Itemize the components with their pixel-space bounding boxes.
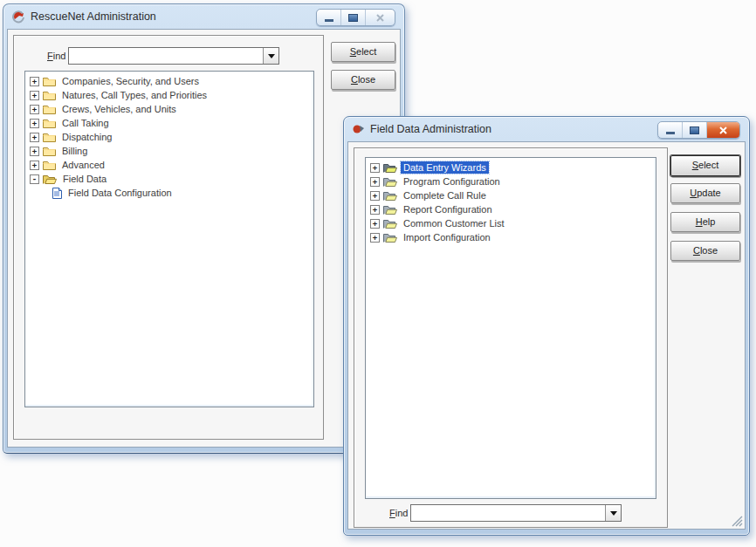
maximize-icon: [690, 126, 699, 134]
expand-toggle[interactable]: +: [370, 163, 380, 173]
tree-item[interactable]: + Program Configuration: [366, 174, 656, 188]
maximize-icon: [348, 14, 358, 22]
expand-toggle[interactable]: +: [30, 105, 39, 114]
document-icon: [52, 188, 62, 199]
find-label: Find: [389, 508, 408, 518]
tree-item[interactable]: + Call Taking: [25, 116, 313, 130]
minimize-button[interactable]: [658, 122, 682, 138]
tree-item-label: Crews, Vehicles, and Units: [59, 103, 179, 115]
expand-toggle[interactable]: +: [30, 91, 39, 100]
tree-item[interactable]: + Data Entry Wizards: [366, 161, 656, 174]
minimize-icon: [325, 19, 333, 22]
expand-toggle[interactable]: +: [370, 191, 380, 201]
dropdown-button[interactable]: [263, 48, 278, 64]
minimize-icon: [666, 132, 675, 134]
folder-closed-icon: [43, 146, 56, 156]
find-label: Find: [47, 51, 65, 61]
tree-item-label: Field Data Configuration: [65, 187, 175, 199]
tree-item-label: Dispatching: [59, 131, 114, 143]
tree-item[interactable]: + Report Configuration: [366, 202, 656, 216]
select-button[interactable]: Select: [670, 155, 740, 176]
expand-toggle[interactable]: +: [370, 233, 380, 243]
tree-item-label: Common Customer List: [401, 217, 507, 229]
expand-toggle[interactable]: +: [30, 133, 39, 142]
field-data-tree[interactable]: + Data Entry Wizards + Program Configura…: [365, 157, 656, 499]
caption-buttons: [316, 9, 395, 26]
tree-item[interactable]: + Common Customer List: [366, 216, 656, 230]
folder-closed-icon: [43, 132, 56, 142]
expand-toggle[interactable]: +: [30, 77, 39, 86]
tree-item-label: Import Configuration: [401, 231, 493, 243]
folder-open-icon: [383, 190, 397, 201]
maximize-button[interactable]: [340, 10, 365, 25]
content-panel: Find + Companies, Security, and Users + …: [13, 35, 324, 440]
tree-item-label: Complete Call Rule: [401, 189, 489, 202]
expand-toggle[interactable]: +: [370, 177, 380, 187]
find-input[interactable]: [69, 48, 263, 64]
tree-item[interactable]: + Natures, Call Types, and Priorities: [25, 88, 313, 102]
close-button[interactable]: [365, 10, 395, 25]
select-button[interactable]: Select: [331, 42, 395, 62]
client-area: Find + Companies, Security, and Users + …: [7, 29, 401, 448]
wizard-folder-icon: [383, 162, 397, 173]
maximize-button[interactable]: [682, 122, 706, 138]
close-icon: [376, 14, 384, 22]
app-icon: [11, 10, 25, 24]
expand-toggle[interactable]: +: [30, 147, 39, 156]
close-button[interactable]: Close: [331, 70, 395, 90]
resize-grip[interactable]: [732, 516, 743, 527]
expand-toggle[interactable]: +: [30, 119, 39, 128]
tree-item[interactable]: + Advanced: [25, 158, 313, 172]
tree-item[interactable]: + Billing: [25, 144, 313, 158]
tree-item-label: Field Data: [60, 173, 109, 185]
close-icon: [719, 126, 727, 134]
tree-item-label-selected: Data Entry Wizards: [401, 161, 489, 174]
window-title: Field Data Administration: [370, 123, 491, 135]
folder-open-icon: [43, 174, 57, 184]
window-title: RescueNet Administration: [31, 10, 156, 23]
tree-item-label: Program Configuration: [401, 175, 503, 188]
tree-item-label: Natures, Call Types, and Priorities: [59, 89, 210, 101]
tree-item-label: Call Taking: [59, 117, 112, 129]
dropdown-button[interactable]: [605, 505, 621, 521]
folder-open-icon: [383, 232, 397, 243]
field-data-admin-window: Field Data Administration + Data Entry W…: [343, 116, 750, 536]
tree-item-label: Advanced: [59, 159, 107, 171]
find-combobox[interactable]: [410, 504, 622, 522]
expand-toggle[interactable]: +: [30, 161, 39, 170]
expand-toggle[interactable]: +: [370, 205, 380, 215]
tree-item[interactable]: + Import Configuration: [366, 230, 656, 244]
chevron-down-icon: [268, 54, 275, 62]
folder-closed-icon: [43, 90, 56, 100]
admin-tree[interactable]: + Companies, Security, and Users + Natur…: [24, 71, 314, 407]
minimize-button[interactable]: [317, 10, 340, 25]
tree-item[interactable]: - Field Data: [25, 172, 313, 186]
content-panel: + Data Entry Wizards + Program Configura…: [354, 147, 668, 528]
find-combobox[interactable]: [68, 47, 279, 65]
expand-toggle[interactable]: +: [370, 219, 380, 229]
tree-item[interactable]: Field Data Configuration: [25, 186, 313, 200]
close-button[interactable]: Close: [670, 241, 740, 261]
folder-closed-icon: [43, 76, 56, 86]
close-button[interactable]: [706, 122, 739, 138]
folder-closed-icon: [43, 160, 56, 170]
collapse-toggle[interactable]: -: [30, 174, 39, 184]
chevron-down-icon: [610, 511, 617, 519]
tree-item[interactable]: + Complete Call Rule: [366, 188, 656, 202]
help-button[interactable]: Help: [670, 212, 740, 232]
find-input[interactable]: [411, 505, 605, 521]
folder-closed-icon: [43, 118, 56, 128]
tree-item[interactable]: + Dispatching: [25, 130, 313, 144]
client-area: + Data Entry Wizards + Program Configura…: [347, 141, 746, 530]
folder-closed-icon: [43, 104, 56, 114]
tree-item-label: Report Configuration: [401, 203, 495, 215]
tree-item[interactable]: + Crews, Vehicles, and Units: [25, 102, 313, 116]
folder-open-icon: [383, 176, 397, 187]
tree-item-label: Billing: [59, 145, 90, 157]
folder-open-icon: [383, 204, 397, 215]
app-icon: [352, 123, 365, 135]
caption-buttons: [657, 121, 740, 139]
tree-item[interactable]: + Companies, Security, and Users: [25, 74, 313, 88]
folder-open-icon: [383, 218, 397, 229]
update-button[interactable]: Update: [670, 183, 740, 203]
